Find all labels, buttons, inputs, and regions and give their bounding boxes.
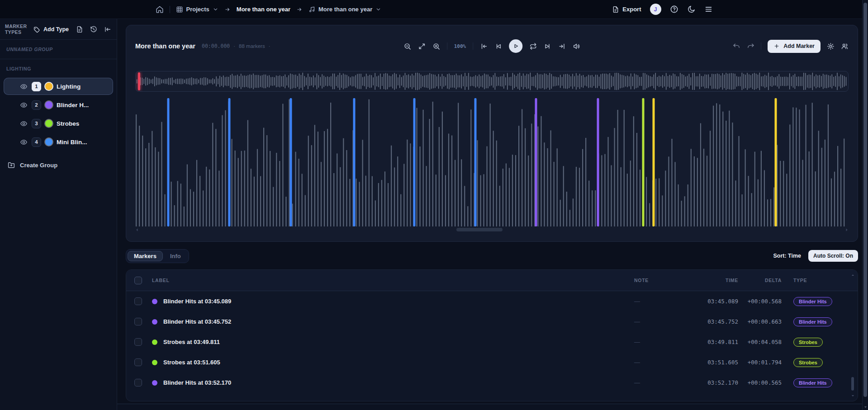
marker-label: Strobes at 03:49.811 [163,339,220,345]
next-marker-icon[interactable] [544,42,551,50]
type-badge[interactable]: Strobes [793,358,823,367]
row-checkbox[interactable] [134,379,142,386]
zoom-out-icon[interactable] [403,42,411,50]
create-group-button[interactable]: Create Group [7,161,117,169]
marker-type-item[interactable]: 4Mini Blin... [4,133,113,151]
type-badge[interactable]: Blinder Hits [793,317,832,326]
previous-marker-icon[interactable] [494,42,502,50]
add-marker-button[interactable]: Add Marker [768,40,821,53]
marker-delta: +00:01.794 [738,359,782,366]
zoom-in-icon[interactable] [432,42,440,50]
waveform-marker[interactable] [228,98,231,226]
notes-icon[interactable] [76,26,83,33]
hscroll-thumb[interactable] [456,228,503,231]
breadcrumb-projects[interactable]: Projects [176,6,218,13]
row-checkbox[interactable] [134,318,142,325]
row-checkbox[interactable] [134,338,142,346]
type-badge[interactable]: Blinder Hits [793,297,832,306]
page-scroll-down-icon[interactable] [863,405,868,410]
collapse-sidebar-icon[interactable] [104,26,111,33]
waveform-marker[interactable] [474,98,477,226]
col-delta: DELTA [738,278,782,283]
waveform-minimap[interactable] [135,71,849,92]
marker-type-color-dot[interactable] [45,138,52,146]
marker-type-color-dot[interactable] [45,120,52,127]
table-row[interactable]: Blinder Hits at 03:45.752—03:45.752+00:0… [126,311,858,332]
page-scroll-thumb[interactable] [863,3,867,397]
play-icon [512,42,519,50]
loop-icon[interactable] [529,42,537,50]
group-label-unnamed: UNNAMED GROUP [0,40,117,55]
table-scroll-thumb[interactable] [851,377,854,391]
playhead[interactable] [138,72,140,90]
breadcrumb-track[interactable]: More than one year [308,6,381,13]
breadcrumb-projects-label: Projects [186,6,209,13]
play-button[interactable] [509,39,522,53]
avatar[interactable]: J [650,4,661,15]
marker-type-color-dot[interactable] [45,83,52,90]
redo-icon[interactable] [747,42,754,50]
volume-icon[interactable] [573,42,580,50]
gear-icon[interactable] [827,42,835,50]
type-badge[interactable]: Strobes [793,338,823,347]
skip-to-start-icon[interactable] [480,42,488,50]
waveform-marker[interactable] [653,98,655,226]
eye-icon[interactable] [20,83,28,90]
row-checkbox[interactable] [134,297,142,305]
history-icon[interactable] [90,26,97,33]
marker-type-cell: Blinder Hits [782,297,849,306]
scroll-right-icon[interactable] [844,227,849,233]
table-row[interactable]: Blinder Hits at 03:52.170—03:52.170+00:0… [126,372,858,393]
fit-view-icon[interactable] [418,42,426,50]
auto-scroll-toggle[interactable]: Auto Scroll: On [808,250,858,262]
breadcrumb-project-name[interactable]: More than one year [237,6,290,13]
waveform-view[interactable] [135,97,849,226]
scroll-down-icon[interactable] [850,393,855,398]
home-icon[interactable] [156,5,164,14]
chevron-down-icon [375,6,381,12]
select-all-checkbox[interactable] [134,277,142,284]
marker-color-dot [152,299,157,304]
waveform-marker[interactable] [353,98,356,226]
marker-type-color-dot[interactable] [45,101,52,108]
type-badge[interactable]: Blinder Hits [793,378,832,387]
waveform-marker[interactable] [535,98,537,226]
marker-type-item[interactable]: 2Blinder H... [4,96,113,113]
scroll-up-icon[interactable] [850,273,855,278]
waveform-marker[interactable] [775,98,777,226]
marker-type-item[interactable]: 3Strobes [4,115,113,132]
undo-icon[interactable] [733,42,740,50]
scroll-left-icon[interactable] [134,227,140,233]
waveform-canvas[interactable] [135,97,849,226]
table-row[interactable]: Strobes at 03:51.605—03:51.605+00:01.794… [126,352,858,372]
table-row[interactable]: Strobes at 03:49.811—03:49.811+00:04.058… [126,332,858,352]
waveform-marker[interactable] [642,98,644,226]
tab-info[interactable]: Info [164,251,187,261]
menu-icon[interactable] [704,5,713,14]
marker-type-item[interactable]: 1Lighting [4,78,113,95]
eye-icon[interactable] [20,120,28,127]
waveform-marker[interactable] [167,98,169,226]
users-icon[interactable] [841,42,849,50]
moon-icon[interactable] [687,5,696,14]
marker-time: 03:49.811 [661,339,738,345]
meta-separator: · [269,43,270,49]
waveform-marker[interactable] [597,98,599,226]
tab-markers[interactable]: Markers [128,251,163,261]
waveform-marker[interactable] [413,98,415,226]
help-icon[interactable] [670,5,678,14]
eye-icon[interactable] [20,101,28,109]
create-group-label: Create Group [20,162,57,169]
add-type-button[interactable]: Add Type [33,26,69,33]
minimap-canvas[interactable] [136,71,848,91]
breadcrumb-arrow-icon [296,6,303,13]
sort-button[interactable]: Sort: Time [773,253,801,259]
export-button[interactable]: Export [612,6,641,13]
grid-icon [176,6,183,13]
eye-icon[interactable] [20,138,28,146]
row-checkbox[interactable] [134,358,142,366]
waveform-marker[interactable] [289,98,292,226]
table-row[interactable]: Blinder Hits at 03:45.089—03:45.089+00:0… [126,291,858,311]
marker-time: 03:45.089 [661,298,738,305]
skip-to-end-icon[interactable] [558,42,566,50]
